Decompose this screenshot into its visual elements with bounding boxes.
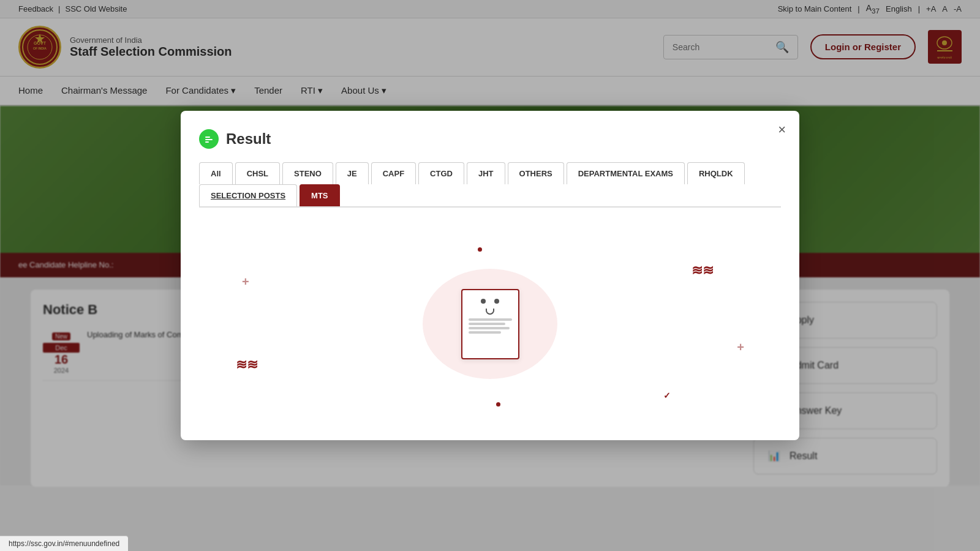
tab-chsl[interactable]: CHSL — [235, 162, 280, 184]
tab-steno[interactable]: STENO — [282, 162, 333, 184]
svg-rect-13 — [205, 141, 209, 143]
tab-all[interactable]: All — [199, 162, 233, 184]
empty-document-illustration — [461, 289, 519, 359]
deco-plus-right: + — [737, 340, 744, 354]
deco-checkmark: ✓ — [663, 391, 671, 400]
deco-wave-left: ≋≋ — [236, 357, 258, 373]
doc-eyes — [481, 299, 499, 304]
modal: Result × All CHSL STENO JE CAPF CTGD JHT… — [181, 111, 799, 440]
doc-lines — [469, 318, 512, 334]
tab-others[interactable]: OTHERS — [508, 162, 564, 184]
svg-rect-11 — [205, 137, 210, 138]
modal-header: Result — [199, 129, 781, 149]
deco-dot-bottom — [496, 402, 500, 407]
tab-je[interactable]: JE — [336, 162, 369, 184]
tab-jht[interactable]: JHT — [467, 162, 505, 184]
doc-line-1 — [469, 318, 512, 321]
tab-mts[interactable]: MTS — [300, 184, 339, 206]
deco-dot-top — [478, 247, 482, 252]
deco-plus-left: + — [242, 275, 249, 289]
doc-eye-right — [494, 299, 499, 304]
doc-line-3 — [469, 327, 510, 329]
url-bar: https://ssc.gov.in/#menuundefined — [0, 536, 128, 551]
tab-rhqldk[interactable]: RHQLDK — [687, 162, 745, 184]
doc-line-2 — [469, 323, 505, 325]
tab-selection-posts[interactable]: SELECTION POSTS — [199, 184, 297, 206]
empty-state: ≋≋ ≋≋ + + ✓ — [199, 226, 781, 422]
modal-overlay: Result × All CHSL STENO JE CAPF CTGD JHT… — [0, 0, 980, 551]
doc-nose — [486, 309, 494, 315]
modal-title: Result — [226, 130, 271, 148]
tab-ctgd[interactable]: CTGD — [418, 162, 464, 184]
modal-tabs: All CHSL STENO JE CAPF CTGD JHT OTHERS D… — [199, 162, 781, 208]
modal-result-icon — [199, 129, 219, 149]
doc-eye-left — [481, 299, 486, 304]
deco-wave-right: ≋≋ — [692, 263, 714, 279]
svg-rect-12 — [205, 139, 213, 140]
modal-close-button[interactable]: × — [778, 122, 786, 138]
tab-capf[interactable]: CAPF — [371, 162, 416, 184]
tab-departmental-exams[interactable]: DEPARTMENTAL EXAMS — [567, 162, 685, 184]
doc-line-4 — [469, 331, 501, 334]
